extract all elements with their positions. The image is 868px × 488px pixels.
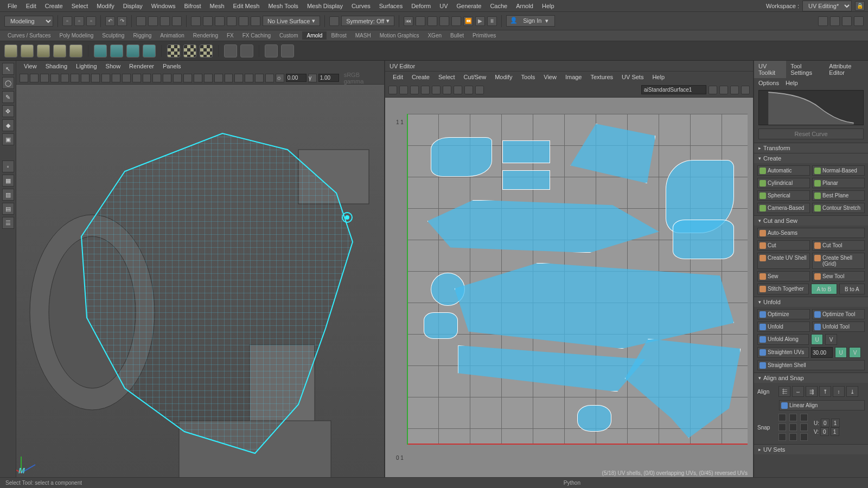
vp-dof-icon[interactable] — [225, 74, 233, 82]
rotate-tool-icon[interactable]: ◆ — [2, 119, 14, 131]
btn-spherical[interactable]: Spherical — [757, 190, 810, 201]
vp-gamma-icon[interactable]: γ — [308, 74, 317, 82]
shelf-tab-arnold[interactable]: Arnold — [302, 31, 327, 40]
shelf-material-icon[interactable] — [224, 44, 237, 57]
btn-straighten-v[interactable]: V — [849, 347, 861, 358]
uv-menu-edit[interactable]: Edit — [388, 73, 407, 81]
tab-attribute-editor[interactable]: Attribute Editor — [825, 61, 868, 78]
btn-linear-align[interactable]: Linear Align — [779, 400, 865, 410]
vp-smooth-icon[interactable] — [163, 74, 171, 82]
uv-menu-image[interactable]: Image — [561, 73, 586, 81]
scale-tool-icon[interactable]: ▣ — [2, 133, 14, 145]
playback-step-back-icon[interactable]: ⏪ — [463, 16, 473, 26]
btn-create-shell-grid[interactable]: Create Shell (Grid) — [812, 253, 865, 269]
uv-image-icon[interactable] — [464, 86, 473, 94]
uv-isolate-icon[interactable] — [709, 86, 717, 94]
btn-unfold-tool[interactable]: Unfold Tool — [812, 322, 865, 332]
select-edge-icon[interactable] — [148, 16, 158, 26]
align-middle-icon[interactable]: ↕ — [833, 386, 845, 397]
select-object-icon[interactable] — [172, 16, 182, 26]
uv-menu-cutsew[interactable]: Cut/Sew — [459, 73, 491, 81]
shelf-tab-bifrost[interactable]: Bifrost — [327, 31, 350, 40]
shelf-geo-cube-icon[interactable] — [94, 44, 107, 57]
mode-select[interactable]: Modeling — [4, 16, 53, 27]
paint-select-icon[interactable]: ✎ — [2, 91, 14, 103]
menu-create[interactable]: Create — [41, 1, 67, 11]
shelf-tab-custom[interactable]: Custom — [275, 31, 302, 40]
toolkit-help[interactable]: Help — [786, 80, 798, 86]
snap-bl[interactable] — [778, 433, 786, 441]
uv-checker-icon[interactable] — [443, 86, 451, 94]
playback-range-icon[interactable] — [416, 16, 425, 26]
btn-sew-tool[interactable]: Sew Tool — [812, 271, 865, 281]
playback-toggle3-icon[interactable] — [451, 16, 461, 26]
menu-mesh-tools[interactable]: Mesh Tools — [264, 1, 302, 11]
shelf-checker2-icon[interactable] — [183, 44, 196, 57]
vp-res-gate-icon[interactable] — [112, 74, 120, 82]
shelf-checker3-icon[interactable] — [200, 44, 213, 57]
shelf-geo-sphere-icon[interactable] — [110, 44, 123, 57]
align-bottom-icon[interactable]: ⤓ — [846, 386, 858, 397]
snap-v-1[interactable]: 1 — [831, 427, 839, 436]
vp-lights-icon[interactable] — [183, 74, 192, 82]
uv-menu-help[interactable]: Help — [648, 73, 669, 81]
uv-dim-icon[interactable] — [454, 86, 462, 94]
align-center-h-icon[interactable]: ↔ — [792, 386, 804, 397]
vp-xray-icon[interactable] — [255, 74, 264, 82]
uv-menu-view[interactable]: View — [539, 73, 561, 81]
btn-cylindrical[interactable]: Cylindrical — [757, 178, 810, 188]
uv-menu-modify[interactable]: Modify — [490, 73, 516, 81]
select-tool-icon[interactable]: ↖ — [2, 63, 14, 75]
symmetry-dropdown[interactable]: Symmetry: Off▾ — [341, 16, 394, 26]
btn-straighten-u[interactable]: U — [835, 347, 847, 358]
lasso-tool-icon[interactable]: ◯ — [2, 77, 14, 89]
btn-optimize[interactable]: Optimize — [757, 309, 810, 319]
shelf-light-point-icon[interactable] — [4, 44, 17, 57]
falloff-curve[interactable] — [758, 90, 864, 125]
vp-menu-view[interactable]: View — [20, 62, 41, 70]
shelf-checker1-icon[interactable] — [167, 44, 180, 57]
section-transform[interactable]: Transform — [754, 143, 868, 153]
shelf-light-spot-icon[interactable] — [21, 44, 34, 57]
menu-edit-mesh[interactable]: Edit Mesh — [229, 1, 264, 11]
vp-safe-title-icon[interactable] — [143, 74, 151, 82]
vp-gamma-value[interactable] — [318, 74, 339, 82]
btn-unfold-v[interactable]: V — [825, 334, 837, 345]
btn-unfold-along[interactable]: Unfold Along — [757, 334, 809, 345]
new-scene-icon[interactable]: ▫ — [62, 16, 72, 26]
uv-pixel-snap-icon[interactable] — [410, 86, 419, 94]
lock-icon[interactable]: 🔒 — [855, 1, 865, 11]
btn-unfold-u[interactable]: U — [811, 334, 823, 345]
perspective-viewport[interactable]: M — [16, 85, 384, 477]
snap-mr[interactable] — [800, 423, 808, 431]
tab-tool-settings[interactable]: Tool Settings — [786, 61, 825, 78]
menu-arnold[interactable]: Arnold — [512, 1, 538, 11]
layout-single-icon[interactable]: ▫ — [2, 160, 14, 172]
shelf-render-icon[interactable] — [265, 44, 278, 57]
btn-create-uv-shell[interactable]: Create UV Shell — [757, 253, 810, 269]
layout-four-icon[interactable]: ▦ — [2, 175, 14, 187]
undo-icon[interactable]: ↶ — [105, 16, 115, 26]
shelf-tab-xgen[interactable]: XGen — [423, 31, 446, 40]
select-face-icon[interactable] — [160, 16, 170, 26]
snap-live-icon[interactable] — [239, 16, 248, 26]
uv-viewport[interactable]: 1 1 0 1 (5/18) UV shells, (0/0) overlapp… — [385, 98, 753, 477]
vp-bookmarks-icon[interactable] — [30, 74, 39, 82]
vp-camera-icon[interactable] — [20, 74, 28, 82]
shelf-tab-curves[interactable]: Curves / Surfaces — [3, 31, 55, 40]
playback-play-icon[interactable]: ▶ — [475, 16, 485, 26]
menu-generate[interactable]: Generate — [452, 1, 486, 11]
btn-straighten-uvs[interactable]: Straighten UVs — [757, 347, 809, 358]
vp-shadows-icon[interactable] — [194, 74, 202, 82]
shelf-light-skydome-icon[interactable] — [69, 44, 82, 57]
align-top-icon[interactable]: ⤒ — [819, 386, 831, 397]
menu-windows[interactable]: Windows — [147, 1, 180, 11]
uv-menu-uvsets[interactable]: UV Sets — [617, 73, 648, 81]
shelf-tab-fxcaching[interactable]: FX Caching — [238, 31, 275, 40]
menu-bifrost[interactable]: Bifrost — [180, 1, 205, 11]
reset-curve-button[interactable]: Reset Curve — [758, 129, 864, 139]
vp-menu-renderer[interactable]: Renderer — [125, 62, 158, 70]
btn-planar[interactable]: Planar — [812, 178, 865, 188]
live-surface-icon[interactable] — [251, 16, 260, 26]
no-live-surface-dropdown[interactable]: No Live Surface▾ — [263, 16, 320, 26]
